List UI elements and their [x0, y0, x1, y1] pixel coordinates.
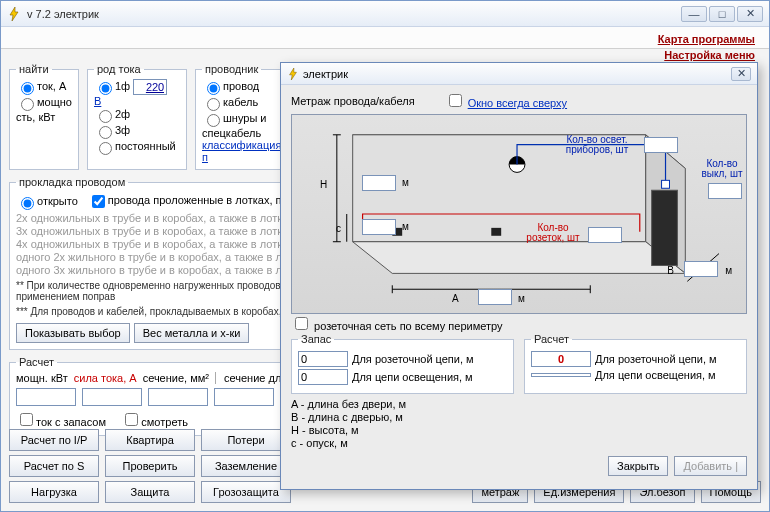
in-current[interactable]	[82, 388, 142, 406]
out-light	[531, 373, 591, 377]
lbl-metrage: Метраж провода/кабеля	[291, 95, 415, 107]
in-section[interactable]	[148, 388, 208, 406]
btn-losses[interactable]: Потери	[201, 429, 291, 451]
group-find: найти ток, А мощно сть, кВт	[9, 63, 79, 170]
app-icon	[7, 7, 21, 21]
in-power[interactable]	[16, 388, 76, 406]
btn-lightning[interactable]: Грозозащита	[201, 481, 291, 503]
legend-stock: Запас	[298, 333, 334, 345]
top-links: Карта программы Настройка меню	[658, 31, 755, 63]
btn-check[interactable]: Проверить	[105, 455, 195, 477]
in-section-l[interactable]	[214, 388, 274, 406]
in-B[interactable]	[684, 261, 718, 277]
lbl-B: B	[667, 265, 674, 276]
svg-rect-5	[652, 190, 678, 265]
svg-rect-8	[491, 228, 501, 236]
dlg-close-icon[interactable]: ✕	[731, 67, 751, 81]
dlg-title: электрик	[303, 68, 731, 80]
btn-dlg-close[interactable]: Закрыть	[608, 456, 668, 476]
btn-show-choice[interactable]: Показывать выбор	[16, 323, 130, 343]
dim-legend: A - длина без двери, м B - длина с дверь…	[291, 398, 747, 450]
in-sockets[interactable]	[588, 227, 622, 243]
radio-dc[interactable]: постоянный	[94, 139, 180, 155]
lbl-H: H	[320, 179, 327, 190]
radio-2f[interactable]: 2ф	[94, 107, 180, 123]
in-H[interactable]	[362, 175, 396, 191]
radio-1f[interactable]: 1ф В	[94, 79, 180, 107]
lbl-A-unit: м	[518, 293, 525, 304]
btn-load[interactable]: Нагрузка	[9, 481, 99, 503]
cb-stock[interactable]: ток с запасом	[16, 416, 106, 428]
window-controls: — □ ✕	[681, 6, 763, 22]
group-conductor: проводник провод кабель шнуры и спецкабе…	[195, 63, 293, 170]
radio-cable[interactable]: кабель	[202, 95, 286, 111]
in-stock-light[interactable]	[298, 369, 348, 385]
main-titlebar: v 7.2 электрик — □ ✕	[1, 1, 769, 27]
dlg-titlebar: электрик ✕	[281, 63, 757, 85]
legend-find: найти	[16, 63, 52, 75]
bottom-button-grid: Расчет по I/P Квартира Потери Расчет по …	[9, 429, 291, 503]
btn-ground[interactable]: Заземление	[201, 455, 291, 477]
radio-3f[interactable]: 3ф	[94, 123, 180, 139]
svg-rect-10	[662, 180, 670, 188]
radio-find-power[interactable]: мощно сть, кВт	[16, 95, 72, 123]
lbl-current: сила тока, А	[74, 372, 137, 384]
legend-laying: прокладка проводом	[16, 176, 128, 188]
cb-view[interactable]: смотреть	[121, 416, 188, 428]
radio-cord[interactable]: шнуры и спецкабель	[202, 111, 286, 139]
main-toolbar	[1, 27, 769, 49]
in-stock-socket[interactable]	[298, 351, 348, 367]
maximize-button[interactable]: □	[709, 6, 735, 22]
btn-calc-s[interactable]: Расчет по S	[9, 455, 99, 477]
radio-open[interactable]: открыто	[16, 194, 78, 210]
voltage-input[interactable]	[133, 79, 167, 95]
lbl-c-unit: м	[402, 221, 409, 232]
legend-calc: Расчет	[16, 356, 57, 368]
lbl-power: мощн. кВт	[16, 372, 68, 384]
group-stock: Запас Для розеточной цепи, м Для цепи ос…	[291, 333, 514, 394]
link-program-map[interactable]: Карта программы	[658, 31, 755, 47]
btn-calc-ip[interactable]: Расчет по I/P	[9, 429, 99, 451]
voltage-unit[interactable]: В	[94, 95, 101, 107]
btn-flat[interactable]: Квартира	[105, 429, 195, 451]
room-diagram: Кол-во освет. приборов, шт Кол-во выкл, …	[291, 114, 747, 314]
lbl-c: c	[336, 223, 341, 234]
dlg-body: Метраж провода/кабеля Окно всегда сверху	[281, 85, 757, 484]
btn-dlg-add[interactable]: Добавить |	[674, 456, 747, 476]
lbl-lights: Кол-во освет. приборов, шт	[552, 135, 642, 155]
btn-metal-weight[interactable]: Вес металла и х-ки	[134, 323, 250, 343]
in-A[interactable]	[478, 289, 512, 305]
group-result: Расчет 0Для розеточной цепи, м Для цепи …	[524, 333, 747, 394]
lbl-A: A	[452, 293, 459, 304]
lbl-sockets: Кол-во розеток, шт	[518, 223, 588, 243]
out-socket: 0	[531, 351, 591, 367]
dlg-icon	[287, 68, 299, 80]
lbl-B-unit: м	[725, 265, 732, 276]
cb-always-on-top[interactable]: Окно всегда сверху	[445, 91, 567, 110]
radio-wire[interactable]: провод	[202, 79, 286, 95]
lbl-H-unit: м	[402, 177, 409, 188]
btn-protect[interactable]: Защита	[105, 481, 195, 503]
svg-marker-4	[353, 242, 686, 274]
main-title: v 7.2 электрик	[27, 8, 681, 20]
radio-find-current[interactable]: ток, А	[16, 79, 72, 95]
minimize-button[interactable]: —	[681, 6, 707, 22]
lbl-switch: Кол-во выкл, шт	[700, 159, 744, 179]
in-c[interactable]	[362, 219, 396, 235]
cb-perimeter[interactable]: розеточная сеть по всему периметру	[291, 320, 503, 332]
in-switches[interactable]	[708, 183, 742, 199]
lbl-section: сечение, мм²	[143, 372, 209, 384]
link-menu-settings[interactable]: Настройка меню	[658, 47, 755, 63]
group-phase: род тока 1ф В 2ф 3ф постоянный	[87, 63, 187, 170]
metrage-dialog: электрик ✕ Метраж провода/кабеля Окно вс…	[280, 62, 758, 490]
legend-result: Расчет	[531, 333, 572, 345]
legend-conductor: проводник	[202, 63, 261, 75]
close-button[interactable]: ✕	[737, 6, 763, 22]
link-classify[interactable]: классификация п	[202, 139, 281, 163]
legend-phase: род тока	[94, 63, 144, 75]
in-lights[interactable]	[644, 137, 678, 153]
